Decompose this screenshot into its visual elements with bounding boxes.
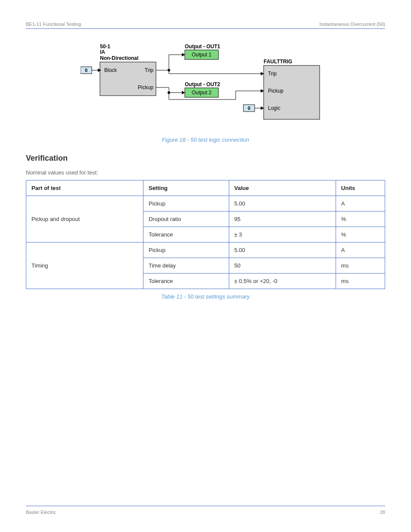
setting-cell: Pickup <box>143 196 229 212</box>
wire-trip-out1 <box>156 55 182 70</box>
table-row: Timing Pickup 5.00 A <box>26 243 385 258</box>
output2-title: Output - OUT2 <box>185 81 220 87</box>
value-cell: ± 3 <box>229 227 336 243</box>
junction-dot-icon <box>168 69 170 72</box>
value-cell: 5.00 <box>229 243 336 258</box>
block50-port-pickup: Pickup <box>138 84 153 90</box>
logic-diagram: 50-1 IA Non-Directional Block Trip Picku… <box>26 42 385 132</box>
block50-label3: Non-Directional <box>100 55 138 61</box>
figure-caption: Figure 18 - 50 test logic connection <box>26 137 385 143</box>
col-value: Value <box>229 180 336 196</box>
faulttrig-port-trip: Trip <box>268 71 277 77</box>
footer: Basler Electric 28 <box>26 506 385 515</box>
block50-label2: IA <box>100 49 105 55</box>
units-cell: ms <box>336 258 385 274</box>
output1-title: Output - OUT1 <box>185 44 220 50</box>
units-cell: % <box>336 212 385 227</box>
footer-right: 28 <box>380 510 385 515</box>
value-cell: 5.00 <box>229 196 336 212</box>
block50-port-block: Block <box>104 67 117 73</box>
setting-cell: Tolerance <box>143 227 229 243</box>
units-cell: % <box>336 227 385 243</box>
output1-label: Output 1 <box>192 52 212 58</box>
block50-port-trip: Trip <box>145 67 154 73</box>
units-cell: A <box>336 243 385 258</box>
test-settings-label: Nominal values used for test: <box>26 169 385 176</box>
block50-input-pin-value: 0 <box>85 68 87 73</box>
block50-label1: 50-1 <box>100 44 110 50</box>
wire-trip-faulttrig <box>169 70 261 74</box>
value-cell: 95 <box>229 212 336 227</box>
section-verification-title: Verification <box>26 154 385 163</box>
setting-cell: Time delay <box>143 258 229 274</box>
table-row: Pickup and dropout Pickup 5.00 A <box>26 196 385 212</box>
col-part: Part of test <box>26 180 143 196</box>
faulttrig-port-pickup: Pickup <box>268 88 283 94</box>
table-caption: Table 11 - 50 test settings summary <box>26 293 385 300</box>
footer-left: Basler Electric <box>26 510 56 515</box>
part-cell: Pickup and dropout <box>26 196 143 243</box>
setting-cell: Tolerance <box>143 274 229 289</box>
header-right: Instantaneous Overcurrent (50) <box>319 22 385 27</box>
setting-cell: Dropout ratio <box>143 212 229 227</box>
value-cell: ± 0.5% or +20, -0 <box>229 274 336 289</box>
table-header-row: Part of test Setting Value Units <box>26 180 385 196</box>
col-setting: Setting <box>143 180 229 196</box>
units-cell: ms <box>336 274 385 289</box>
part-cell: Timing <box>26 243 143 289</box>
faulttrig-logic-pin-value: 0 <box>248 106 250 111</box>
header-left: BE1-11 Functional Testing <box>26 22 81 27</box>
col-units: Units <box>336 180 385 196</box>
setting-cell: Pickup <box>143 243 229 258</box>
units-cell: A <box>336 196 385 212</box>
faulttrig-port-logic: Logic <box>268 105 280 111</box>
faulttrig-title: FAULTTRIG <box>264 59 292 65</box>
junction-dot-icon <box>168 91 170 94</box>
page: BE1-11 Functional Testing Instantaneous … <box>0 0 411 532</box>
value-cell: 50 <box>229 258 336 274</box>
header-divider <box>26 28 385 29</box>
output2-label: Output 2 <box>192 90 212 96</box>
header-row: BE1-11 Functional Testing Instantaneous … <box>26 22 385 27</box>
test-settings-table: Part of test Setting Value Units Pickup … <box>26 180 385 289</box>
